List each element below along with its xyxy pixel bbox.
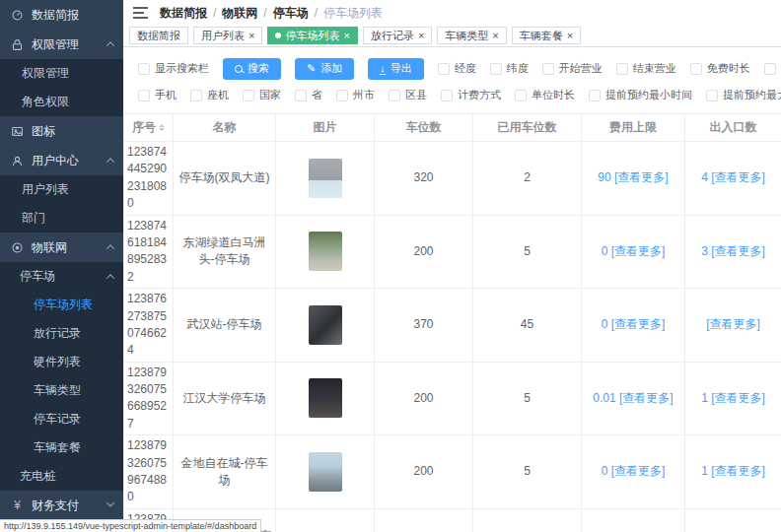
sidebar-item-permission-mgmt[interactable]: 权限管理 (0, 59, 123, 88)
row-spots: 200 (375, 362, 473, 435)
gates-more-link[interactable]: [查看更多] (706, 317, 760, 331)
chevron-up-icon (106, 244, 114, 252)
tab-label: 车辆套餐 (520, 29, 563, 43)
tab-parking-list[interactable]: 停车场列表× (267, 27, 357, 44)
table-row: 1238793260759674880 金地自在城-停车场 200 5 0 [查… (124, 435, 781, 509)
row-used: 5 (473, 435, 582, 509)
sidebar-item-user-list[interactable]: 用户列表 (0, 175, 123, 204)
checkbox-icon (764, 63, 776, 75)
add-button[interactable]: ✎添加 (295, 58, 354, 80)
sidebar-item-iot[interactable]: 物联网 (0, 233, 123, 262)
checkbox-icon (490, 63, 502, 75)
parking-photo (309, 378, 342, 418)
sidebar-item-label: 停车记录 (34, 411, 81, 428)
close-icon[interactable]: × (418, 31, 424, 41)
breadcrumb-separator: / (213, 6, 216, 20)
unit-duration-checkbox[interactable]: 单位时长 (515, 88, 575, 102)
filter-panel: 显示搜索栏 搜索 ✎添加 ↓导出 经度 纬度 开始营业 结束营业 免费时长 评分… (123, 47, 781, 113)
min-advance-booking-checkbox[interactable]: 提前预约最小时间 (589, 88, 692, 102)
tab-pass-records[interactable]: 放行记录× (363, 27, 432, 44)
gates-more-link[interactable]: 4 [查看更多] (701, 170, 765, 184)
longitude-checkbox[interactable]: 经度 (438, 61, 476, 76)
sidebar-item-user-center[interactable]: 用户中心 (0, 146, 123, 175)
checkbox-icon (441, 90, 453, 101)
latitude-checkbox[interactable]: 纬度 (490, 61, 529, 76)
close-icon[interactable]: × (492, 31, 498, 41)
close-icon[interactable]: × (248, 31, 254, 41)
breadcrumb-item[interactable]: 物联网 (222, 5, 257, 22)
table-row: 1238762738750746624 武汉站-停车场 370 45 0 [查看… (124, 289, 781, 363)
landline-checkbox[interactable]: 座机 (190, 88, 229, 102)
table-row: 1238793260756689527 江汉大学停车场 200 5 0.01 [… (124, 362, 781, 435)
tab-vehicle-type[interactable]: 车辆类型× (437, 27, 506, 44)
sidebar-item-parking-group[interactable]: 停车场 (0, 262, 123, 291)
checkbox-icon (515, 90, 527, 101)
free-duration-checkbox[interactable]: 免费时长 (690, 61, 750, 76)
sort-caret-icon[interactable] (159, 121, 165, 134)
sidebar-item-hardware-list[interactable]: 硬件列表 (0, 348, 123, 376)
column-label: 名称 (213, 120, 237, 134)
fee-more-link[interactable]: 90 [查看更多] (598, 170, 668, 184)
sidebar-item-finance[interactable]: ¥ 财务支付 (0, 491, 123, 520)
mobile-checkbox[interactable]: 手机 (138, 88, 177, 102)
row-used: 45 (473, 289, 582, 363)
country-checkbox[interactable]: 国家 (243, 88, 281, 102)
breadcrumb-item[interactable]: 数据简报 (160, 5, 207, 22)
gates-more-link[interactable]: 3 [查看更多] (701, 244, 765, 258)
gates-more-link[interactable]: 1 [查看更多] (701, 464, 765, 478)
checkbox-label: 结束营业 (633, 61, 676, 76)
row-name: 东湖绿道白马洲头-停车场 (174, 215, 276, 289)
city-checkbox[interactable]: 州市 (336, 88, 375, 102)
sidebar-item-icons[interactable]: 图标 (0, 116, 123, 146)
export-button[interactable]: ↓导出 (368, 58, 424, 80)
sidebar-item-permission-group[interactable]: 权限管理 (0, 30, 123, 59)
picture-icon (10, 125, 25, 138)
sidebar-item-role-permissions[interactable]: 角色权限 (0, 88, 123, 116)
gates-more-link[interactable]: 1 [查看更多] (701, 391, 765, 405)
open-time-checkbox[interactable]: 开始营业 (542, 61, 603, 76)
button-label: 导出 (390, 61, 412, 76)
sidebar-item-label: 角色权限 (22, 94, 69, 110)
sidebar-item-label: 用户列表 (22, 181, 69, 198)
tabs-bar: 数据简报 用户列表× 停车场列表× 放行记录× 车辆类型× 车辆套餐× (123, 26, 781, 47)
show-search-checkbox[interactable]: 显示搜索栏 (138, 61, 209, 76)
close-time-checkbox[interactable]: 结束营业 (616, 61, 676, 76)
checkbox-icon (542, 63, 554, 75)
rating-checkbox[interactable]: 评分 (764, 61, 781, 76)
sidebar-item-department[interactable]: 部门 (0, 204, 123, 233)
close-icon[interactable]: × (343, 31, 349, 41)
billing-method-checkbox[interactable]: 计费方式 (441, 88, 501, 102)
sidebar-item-dashboard[interactable]: 数据简报 (0, 0, 123, 30)
fee-more-link[interactable]: 0.01 [查看更多] (593, 391, 673, 405)
row-used: 5 (473, 362, 582, 435)
max-advance-booking-checkbox[interactable]: 提前预约最大时间 (706, 88, 781, 102)
row-serial: 1238762738750746624 (127, 291, 173, 360)
hamburger-icon[interactable] (133, 7, 148, 19)
button-label: 添加 (320, 61, 342, 76)
district-checkbox[interactable]: 区县 (389, 88, 427, 102)
tab-vehicle-package[interactable]: 车辆套餐× (512, 27, 581, 44)
sidebar-item-vehicle-type[interactable]: 车辆类型 (0, 376, 123, 405)
column-header-serial[interactable]: 序号 (124, 114, 174, 142)
top-navbar: 数据简报 / 物联网 / 停车场 / 停车场列表 (123, 0, 781, 26)
breadcrumb-item[interactable]: 停车场 (273, 5, 309, 22)
row-serial: 1238744452902318080 (127, 144, 173, 213)
sidebar-item-charging-pile[interactable]: 充电桩 (0, 462, 123, 491)
fee-more-link[interactable]: 0 [查看更多] (602, 464, 666, 478)
fee-more-link[interactable]: 0 [查看更多] (602, 317, 666, 331)
sidebar-item-parking-list[interactable]: 停车场列表 (0, 291, 123, 319)
checkbox-icon (616, 63, 628, 75)
fee-more-link[interactable]: 0 [查看更多] (602, 244, 666, 258)
parking-photo (309, 159, 342, 198)
sidebar-item-pass-records[interactable]: 放行记录 (0, 319, 123, 348)
tab-dashboard[interactable]: 数据简报 (129, 27, 188, 44)
row-used: 5 (473, 215, 582, 289)
breadcrumb-separator: / (315, 6, 318, 20)
tab-user-list[interactable]: 用户列表× (193, 27, 262, 44)
search-button[interactable]: 搜索 (223, 58, 281, 80)
sidebar-item-vehicle-package[interactable]: 车辆套餐 (0, 433, 123, 462)
sidebar-item-parking-records[interactable]: 停车记录 (0, 405, 123, 433)
close-icon[interactable]: × (567, 31, 573, 41)
checkbox-icon (190, 90, 202, 101)
province-checkbox[interactable]: 省 (295, 88, 322, 102)
